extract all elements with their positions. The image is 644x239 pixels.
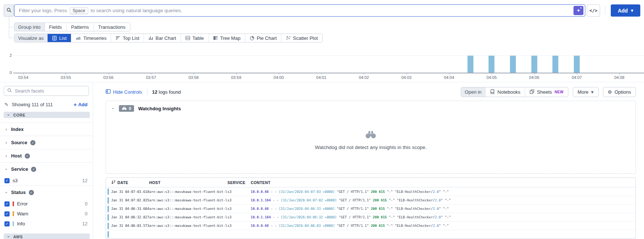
group-tab-fields[interactable]: Fields — [45, 23, 67, 31]
chevron-right-icon: › — [4, 127, 8, 132]
visualize-tab-top-list[interactable]: Top List — [111, 34, 144, 42]
facet-value-error[interactable]: ✓Error0 — [0, 199, 93, 209]
log-volume-timeline-chart[interactable]: 0203:5403:5503:5603:5703:5803:5904:0004:… — [0, 47, 644, 81]
x-axis-tick-label: 03:58 — [185, 75, 202, 80]
visualize-tab-timeseries[interactable]: Timeseries — [71, 34, 111, 42]
query-syntax-button[interactable]: </> — [587, 4, 600, 17]
open-in-group: Open in NotebooksSheetsNEW — [461, 87, 568, 97]
facet-host[interactable]: ›Host✓ — [0, 149, 93, 162]
log-row[interactable]: Jan 31 04:07:03.618arn:aws:s3:::masukawa… — [106, 187, 636, 196]
facet-value-info[interactable]: ✓Info12 — [0, 219, 93, 229]
connector-line — [9, 38, 13, 38]
add-button[interactable]: Add ▼ — [611, 4, 640, 17]
checkbox-checked[interactable]: ✓ — [4, 201, 10, 207]
facet-status[interactable]: ›Status✓ — [0, 186, 93, 199]
log-volume-bar[interactable] — [531, 56, 537, 73]
x-axis-tick — [23, 73, 24, 75]
ai-assist-button[interactable]: ✦ ✦ — [573, 6, 583, 15]
search-icon — [7, 7, 11, 14]
x-axis-tick-label: 03:56 — [100, 75, 117, 80]
facet-value-count: 12 — [82, 178, 88, 183]
log-volume-bar[interactable] — [489, 56, 494, 73]
log-row[interactable]: Jan 31 04:07:02.835arn:aws:s3:::masukawa… — [106, 196, 636, 204]
facet-value-warn[interactable]: ✓Warn0 — [0, 209, 93, 219]
more-button[interactable]: More ▼ — [573, 87, 599, 97]
table-icon — [185, 36, 190, 40]
log-volume-bar[interactable] — [552, 56, 558, 73]
search-toggle-button[interactable] — [4, 4, 14, 17]
visualize-tab-table[interactable]: Table — [181, 34, 209, 42]
column-header-content[interactable]: CONTENT — [251, 180, 636, 185]
facet-showing-text: Showing 111 of 111 — [12, 102, 53, 107]
sheets-button[interactable]: SheetsNEW — [525, 87, 568, 97]
log-volume-bar[interactable] — [510, 56, 516, 73]
gridline — [13, 55, 644, 56]
column-header-service[interactable]: SERVICE — [227, 180, 251, 185]
chevron-down-icon: › — [4, 167, 9, 171]
section-divider — [0, 82, 644, 82]
checkbox-checked[interactable]: ✓ — [4, 211, 10, 217]
group-tab-patterns[interactable]: Patterns — [66, 23, 93, 31]
chevron-down-icon: › — [6, 235, 11, 239]
log-volume-bar[interactable] — [467, 56, 473, 73]
connector-line — [9, 17, 9, 38]
facet-value-count: 0 — [85, 211, 88, 217]
facet-index[interactable]: ›Index — [0, 122, 93, 136]
log-filter-input[interactable]: Filter your logs. Press Space to search … — [14, 4, 585, 17]
search-placeholder: Filter your logs. Press Space to search … — [19, 7, 182, 14]
collapse-panel-icon — [106, 89, 111, 95]
add-facet-button[interactable]: + Add — [73, 101, 88, 108]
checkbox-checked[interactable]: ✓ — [4, 178, 10, 183]
x-axis-line — [13, 73, 644, 73]
facet-source[interactable]: ›Source✓ — [0, 136, 93, 149]
log-row-partial[interactable] — [106, 230, 636, 238]
x-axis-tick — [534, 73, 535, 75]
facet-section-core[interactable]: › CORE — [4, 112, 90, 118]
x-axis-tick — [619, 73, 620, 75]
group-into-label: Group into — [14, 23, 45, 31]
pencil-icon[interactable]: ✎ — [4, 102, 8, 107]
log-row[interactable]: Jan 31 04:06:33.604arn:aws:s3:::masukawa… — [106, 204, 636, 213]
group-tab-transactions[interactable]: Transactions — [94, 23, 130, 31]
open-in-label: Open in — [461, 87, 486, 97]
visualize-tab-tree-map[interactable]: Tree Map — [209, 34, 245, 42]
visualize-tab-list[interactable]: List — [48, 34, 71, 42]
x-axis-tick — [407, 73, 407, 75]
column-header-date[interactable]: DATE — [111, 180, 149, 185]
hide-controls-button[interactable]: Hide Controls — [106, 89, 142, 95]
facet-service[interactable]: ›Service✓ — [0, 162, 93, 176]
vertical-divider — [147, 89, 147, 96]
visualize-tab-scatter-plot[interactable]: Scatter Plot — [281, 34, 322, 42]
column-header-host[interactable]: HOST — [149, 180, 227, 185]
chevron-down-icon[interactable]: › — [110, 107, 116, 110]
log-host: arn:aws:s3:::masukawa-test-fluent-bit-l… — [149, 198, 227, 202]
group-into-tabs: Group into FieldsPatternsTransactions — [14, 22, 130, 31]
visualize-tab-bar-chart[interactable]: Bar Chart — [144, 34, 181, 42]
y-axis-tick-label: 2 — [4, 53, 12, 58]
facet-value-label: Info — [17, 221, 25, 226]
facet-section-aws[interactable]: › AWS — [4, 233, 90, 239]
log-volume-bar[interactable] — [574, 56, 580, 73]
facet-sidebar: Search facets ✎ Showing 111 of 111 + Add… — [0, 82, 93, 239]
visualize-tab-pie-chart[interactable]: Pie Chart — [245, 34, 281, 42]
facet-label: Status — [11, 190, 26, 195]
log-row[interactable]: Jan 31 04:06:03.573arn:aws:s3:::masukawa… — [106, 221, 636, 230]
log-row[interactable]: Jan 31 04:06:32.827arn:aws:s3:::masukawa… — [106, 213, 636, 221]
search-icon — [7, 88, 12, 94]
watchdog-count-badge: 0 — [119, 105, 134, 112]
chevron-down-icon: › — [6, 113, 11, 117]
visualize-as-tabs: Visualize as ListTimeseriesTop ListBar C… — [14, 34, 323, 42]
chevron-right-icon: › — [4, 140, 8, 145]
x-axis-tick — [236, 73, 237, 75]
facet-search-input[interactable]: Search facets — [4, 86, 89, 96]
space-key-badge: Space — [70, 7, 88, 14]
x-axis-tick-label: 04:00 — [271, 75, 287, 80]
options-button[interactable]: ⚙ Options — [603, 87, 636, 97]
checkbox-checked[interactable]: ✓ — [4, 221, 10, 226]
x-axis-tick-label: 04:03 — [398, 75, 415, 80]
gear-icon: ⚙ — [608, 90, 612, 94]
notebooks-button[interactable]: Notebooks — [485, 87, 525, 97]
x-axis-tick-label: 04:01 — [313, 75, 329, 80]
binoculars-icon — [122, 106, 127, 111]
facet-value-s3[interactable]: ✓s312 — [0, 176, 93, 186]
